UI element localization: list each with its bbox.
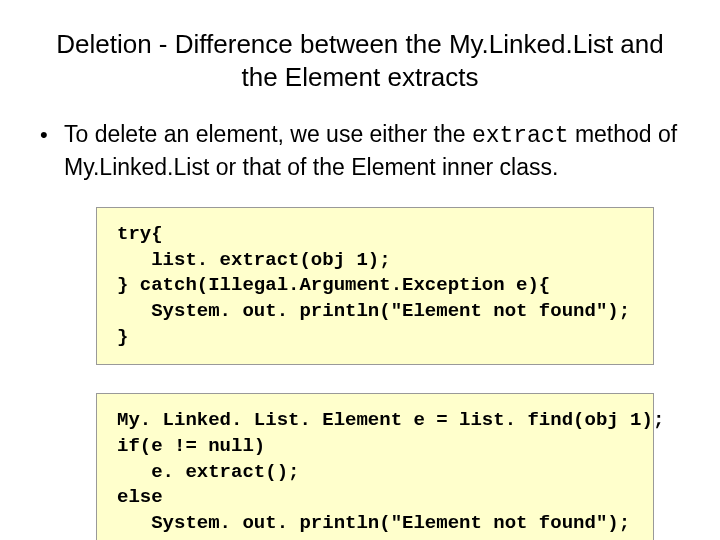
- bullet-text-mono: extract: [472, 123, 569, 149]
- bullet-item: • To delete an element, we use either th…: [40, 119, 680, 183]
- bullet-text: To delete an element, we use either the …: [64, 119, 680, 183]
- bullet-text-prefix: To delete an element, we use either the: [64, 121, 472, 147]
- code-block-1: try{ list. extract(obj 1); } catch(Illeg…: [96, 207, 654, 365]
- bullet-marker: •: [40, 119, 64, 150]
- slide: Deletion - Difference between the My.Lin…: [0, 0, 720, 540]
- slide-title: Deletion - Difference between the My.Lin…: [56, 28, 664, 93]
- code-block-2: My. Linked. List. Element e = list. find…: [96, 393, 654, 540]
